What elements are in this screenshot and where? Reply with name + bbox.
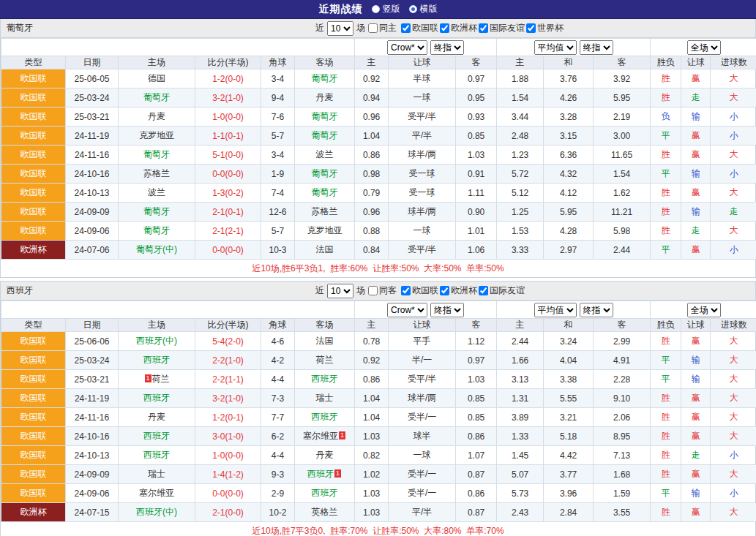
result-cell: 平 <box>651 484 681 503</box>
checkbox[interactable] <box>526 23 536 33</box>
avg-draw-odds-cell: 4.28 <box>544 222 594 241</box>
match-type-cell: 欧国联 <box>1 446 66 465</box>
home-odds-cell: 0.84 <box>355 241 389 260</box>
scope-select[interactable]: 全场 <box>687 303 721 317</box>
goals-result-cell: 大 <box>711 146 756 165</box>
league-checkbox[interactable]: 世界杯 <box>526 22 564 34</box>
league-checkbox[interactable]: 欧国联 <box>401 284 438 297</box>
avg-odds-select[interactable]: 平均值 <box>534 303 577 317</box>
column-header: 主 <box>497 56 544 69</box>
home-team-cell: 丹麦 <box>119 107 195 127</box>
team-name: 西班牙 <box>312 412 338 422</box>
same-venue-checkbox[interactable]: 同主 <box>368 22 397 34</box>
handicap-cell: 受一球 <box>389 184 456 203</box>
date-cell: 24-10-16 <box>66 427 119 446</box>
radio-horizontal-layout[interactable]: 横版 <box>409 3 438 15</box>
column-header: 让球 <box>681 56 711 69</box>
home-odds-cell: 0.96 <box>355 107 389 127</box>
match-row: 欧国联25-03-24葡萄牙3-2(1-0)9-4丹麦0.94一球0.951.5… <box>1 88 756 107</box>
handicap-cell: 一球 <box>389 88 456 107</box>
team-name: 西班牙 <box>312 488 338 498</box>
handicap-odds-selects: Crow*终指 <box>355 301 497 319</box>
recent-label: 近 <box>315 22 324 34</box>
handicap-cell: 球半/两 <box>389 203 456 222</box>
home-odds-cell: 0.92 <box>355 351 389 370</box>
odds-mode-select[interactable]: 终指 <box>430 303 464 317</box>
team-name: 西班牙 <box>143 450 170 460</box>
avg-home-odds-cell: 1.31 <box>497 389 544 408</box>
team-name: 葡萄牙 <box>312 130 338 140</box>
match-row: 欧国联24-11-19克罗地亚1-1(0-1)5-7葡萄牙1.04平/半0.85… <box>1 127 756 146</box>
goals-result-cell: 大 <box>711 389 756 408</box>
avg-away-odds-cell: 7.13 <box>594 446 651 465</box>
page-title: 近期战绩 <box>319 3 363 16</box>
away-team-cell: 克罗地亚 <box>295 222 355 241</box>
away-odds-cell: 1.01 <box>456 222 497 241</box>
avg-draw-odds-cell: 3.76 <box>544 69 594 88</box>
league-checkbox[interactable]: 国际友谊 <box>479 22 525 34</box>
scope-select[interactable]: 全场 <box>687 40 721 55</box>
avg-mode-select[interactable]: 终指 <box>580 303 613 317</box>
checkbox[interactable] <box>401 23 411 33</box>
away-team-cell: 法国 <box>295 332 355 351</box>
handicap-cell: 球半 <box>389 427 456 446</box>
team-name: 瑞士 <box>148 469 165 479</box>
avg-away-odds-cell: 11.65 <box>594 146 651 165</box>
odds-company-select[interactable]: Crow* <box>387 40 427 55</box>
avg-home-odds-cell: 1.33 <box>497 427 544 446</box>
same-venue-label: 同主 <box>379 22 397 34</box>
checkbox[interactable] <box>368 286 378 295</box>
checkbox[interactable] <box>479 286 488 295</box>
checkbox[interactable] <box>368 23 378 33</box>
handicap-result-cell: 输 <box>681 370 711 389</box>
same-venue-checkbox[interactable]: 同客 <box>368 284 397 297</box>
radio-horizontal-label: 横版 <box>420 3 438 15</box>
checkbox[interactable] <box>401 286 411 295</box>
avg-draw-odds-cell: 4.12 <box>544 184 594 203</box>
avg-away-odds-cell: 8.95 <box>594 427 651 446</box>
handicap-result-cell: 赢 <box>681 146 711 165</box>
avg-home-odds-cell: 3.89 <box>497 408 544 427</box>
away-team-cell: 葡萄牙 <box>295 69 355 88</box>
average-odds-selects: 平均值终指 <box>497 39 651 56</box>
avg-mode-select[interactable]: 终指 <box>580 40 613 55</box>
recent-label: 近 <box>315 284 324 297</box>
checkbox[interactable] <box>440 23 449 33</box>
games-label: 场 <box>356 22 365 34</box>
checkbox[interactable] <box>479 23 488 33</box>
recent-count-select[interactable]: 10 <box>327 284 353 298</box>
blank-header-cell <box>1 39 355 56</box>
red-card-badge: 1 <box>339 431 345 439</box>
odds-company-select[interactable]: Crow* <box>387 303 427 317</box>
match-row: 欧国联25-03-24西班牙2-2(1-0)4-2荷兰0.92半/一0.971.… <box>1 351 756 370</box>
games-label: 场 <box>356 284 365 297</box>
team-name: 德国 <box>148 73 165 83</box>
handicap-result-cell: 输 <box>681 165 711 184</box>
team-name: 西班牙 <box>143 355 170 365</box>
column-header: 角球 <box>261 56 295 69</box>
avg-odds-select[interactable]: 平均值 <box>534 40 577 55</box>
radio-vertical-layout[interactable]: 竖版 <box>372 3 400 15</box>
handicap-result-cell: 走 <box>681 88 711 107</box>
date-cell: 24-11-19 <box>66 389 119 408</box>
handicap-result-cell: 输 <box>681 107 711 127</box>
radio-unchecked-icon <box>372 5 380 13</box>
league-checkbox[interactable]: 欧洲杯 <box>440 22 477 34</box>
away-odds-cell: 1.12 <box>456 332 497 351</box>
column-header: 客场 <box>295 319 355 332</box>
team-name: 西班牙 <box>307 469 334 479</box>
summary-line: 近10场,胜6平3负1, 胜率:60% 让胜率:50% 大率:50% 单率:50… <box>1 260 755 277</box>
checkbox[interactable] <box>440 286 449 295</box>
league-checkbox[interactable]: 国际友谊 <box>479 284 525 297</box>
league-checkbox[interactable]: 欧洲杯 <box>440 284 477 297</box>
avg-away-odds-cell: 5.95 <box>594 88 651 107</box>
corner-cell: 4-2 <box>261 351 295 370</box>
away-team-cell: 波兰 <box>295 146 355 165</box>
score-cell: 3-2(1-0) <box>195 389 261 408</box>
column-header: 客 <box>594 319 651 332</box>
odds-mode-select[interactable]: 终指 <box>430 40 464 55</box>
league-checkbox[interactable]: 欧国联 <box>401 22 438 34</box>
score-cell: 1-4(1-2) <box>195 465 261 484</box>
recent-count-select[interactable]: 10 <box>327 21 353 36</box>
avg-draw-odds-cell: 2.84 <box>544 503 594 522</box>
